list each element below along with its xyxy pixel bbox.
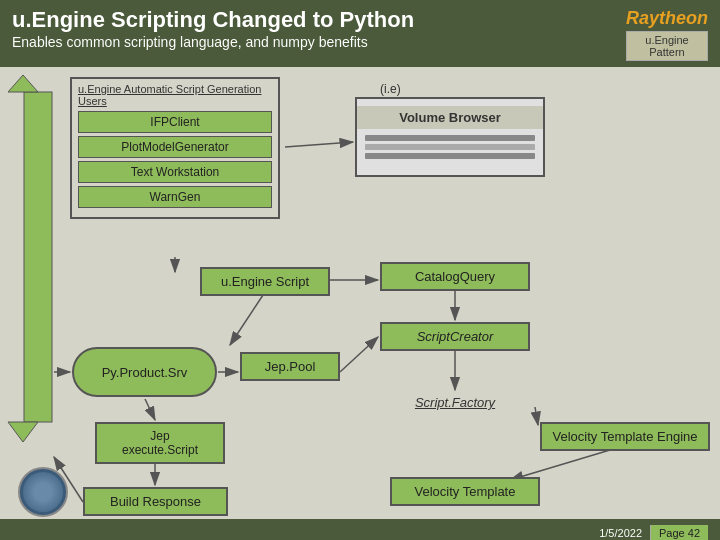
uengine-script-box: u.Engine Script xyxy=(200,267,330,296)
svg-line-11 xyxy=(510,447,620,480)
logo-inner xyxy=(23,472,63,512)
users-item-warngen: WarnGen xyxy=(78,186,272,208)
vb-line-3 xyxy=(365,153,535,159)
volume-browser-content xyxy=(357,129,543,168)
logo-circle xyxy=(18,467,68,517)
svg-line-10 xyxy=(535,407,538,425)
users-box: u.Engine Automatic Script Generation Use… xyxy=(70,77,280,219)
users-item-ifpclient: IFPClient xyxy=(78,111,272,133)
svg-rect-3 xyxy=(24,92,52,422)
header-badge: u.Engine Pattern xyxy=(626,31,708,61)
script-factory-box: Script.Factory xyxy=(380,392,530,413)
svg-line-16 xyxy=(145,399,155,420)
jep-execute-box: Jep execute.Script xyxy=(95,422,225,464)
badge-line2: Pattern xyxy=(649,46,684,58)
jep-pool-box: Jep.Pool xyxy=(240,352,340,381)
volume-browser-box: Volume Browser xyxy=(355,97,545,177)
users-item-textworkstation: Text Workstation xyxy=(78,161,272,183)
main-content: u.Engine Automatic Script Generation Use… xyxy=(0,67,720,540)
script-creator-box: ScriptCreator xyxy=(380,322,530,351)
header-left: u.Engine Scripting Changed to Python Ena… xyxy=(12,8,414,50)
pyproduct-srv-oval: Py.Product.Srv xyxy=(72,347,217,397)
catalog-query-box: CatalogQuery xyxy=(380,262,530,291)
brand-logo: Raytheon xyxy=(626,8,708,29)
build-response-box: Build Response xyxy=(83,487,228,516)
volume-browser-title: Volume Browser xyxy=(357,106,543,129)
svg-line-19 xyxy=(285,142,353,147)
footer: 1/5/2022 Page 42 xyxy=(0,519,720,540)
jep-line2: execute.Script xyxy=(105,443,215,457)
velocity-template-box: Velocity Template xyxy=(390,477,540,506)
svg-marker-4 xyxy=(8,75,38,92)
users-box-title: u.Engine Automatic Script Generation Use… xyxy=(78,83,272,107)
jep-line1: Jep xyxy=(105,429,215,443)
ie-label: (i.e) xyxy=(380,82,401,96)
users-item-plotmodel: PlotModelGenerator xyxy=(78,136,272,158)
page-subtitle: Enables common scripting language, and n… xyxy=(12,34,414,50)
velocity-engine-box: Velocity Template Engine xyxy=(540,422,710,451)
vb-line-1 xyxy=(365,135,535,141)
svg-marker-5 xyxy=(8,422,38,442)
badge-line1: u.Engine xyxy=(645,34,688,46)
vb-line-2 xyxy=(365,144,535,150)
header-right: Raytheon u.Engine Pattern xyxy=(626,8,708,61)
footer-date: 1/5/2022 xyxy=(599,527,642,539)
page-title: u.Engine Scripting Changed to Python xyxy=(12,8,414,32)
header: u.Engine Scripting Changed to Python Ena… xyxy=(0,0,720,67)
svg-line-12 xyxy=(230,292,265,345)
footer-page: Page 42 xyxy=(650,525,708,540)
svg-line-15 xyxy=(340,337,378,372)
